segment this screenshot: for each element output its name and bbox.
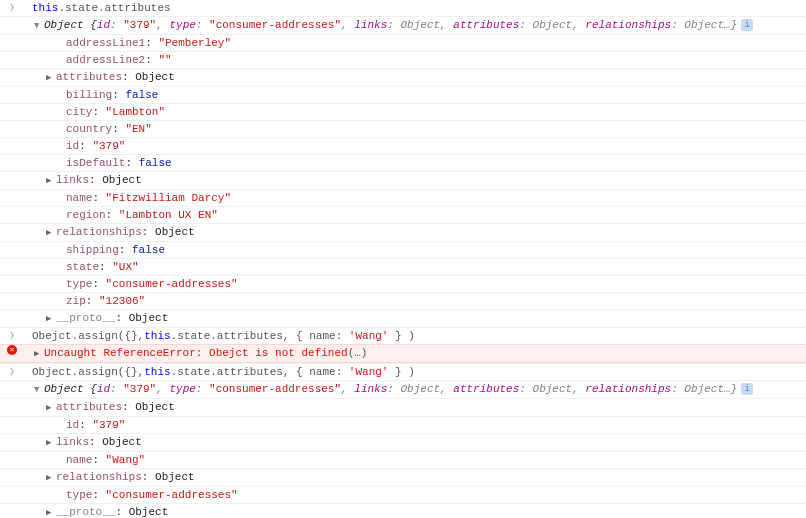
console-line-plain: links: Object <box>0 433 806 451</box>
line-content[interactable]: country: "EN" <box>20 121 802 137</box>
line-content[interactable]: addressLine2: "" <box>20 52 802 68</box>
token: : <box>122 71 135 83</box>
console-line-plain: id: "379" <box>0 416 806 433</box>
token: "consumer-addresses" <box>209 383 341 395</box>
line-content[interactable]: Object {id: "379", type: "consumer-addre… <box>20 381 802 398</box>
token: links <box>56 174 89 186</box>
line-content[interactable]: Object {id: "379", type: "consumer-addre… <box>20 17 802 34</box>
token: "379" <box>92 419 125 431</box>
token: this <box>32 2 58 14</box>
console-line-plain: billing: false <box>0 86 806 103</box>
token: Object <box>102 436 142 448</box>
console-line-result: Object {id: "379", type: "consumer-addre… <box>0 16 806 34</box>
console-line-plain: region: "Lambton UX EN" <box>0 206 806 223</box>
line-content[interactable]: Object.assign({},this.state.attributes, … <box>20 364 802 380</box>
token: , <box>341 19 354 31</box>
token: "12306" <box>99 295 145 307</box>
disclosure-triangle-closed-icon[interactable] <box>46 435 56 451</box>
token: , <box>156 383 169 395</box>
info-badge-icon[interactable]: i <box>741 383 753 395</box>
token: type <box>66 489 92 501</box>
token: id <box>97 19 110 31</box>
line-content[interactable]: attributes: Object <box>20 399 802 416</box>
line-content[interactable]: Uncaught ReferenceError: Obejct is not d… <box>20 345 802 362</box>
token: type <box>169 19 195 31</box>
disclosure-triangle-closed-icon[interactable] <box>46 400 56 416</box>
token: attributes <box>453 19 519 31</box>
line-content[interactable]: isDefault: false <box>20 155 802 171</box>
disclosure-triangle-closed-icon[interactable] <box>46 173 56 189</box>
disclosure-triangle-closed-icon[interactable] <box>46 225 56 241</box>
token: Object <box>135 401 175 413</box>
line-content[interactable]: shipping: false <box>20 242 802 258</box>
token: : <box>196 383 209 395</box>
line-content[interactable]: city: "Lambton" <box>20 104 802 120</box>
line-content[interactable]: name: "Wang" <box>20 452 802 468</box>
disclosure-triangle-closed-icon[interactable] <box>46 70 56 86</box>
token: : <box>112 89 125 101</box>
token: : <box>92 192 105 204</box>
token: "Pemberley" <box>158 37 231 49</box>
token: Object <box>155 471 195 483</box>
disclosure-triangle-closed-icon[interactable] <box>46 505 56 518</box>
token: : Object…} <box>671 19 737 31</box>
token: .state.attributes, { name: <box>171 366 349 378</box>
line-content[interactable]: id: "379" <box>20 417 802 433</box>
token: : <box>92 454 105 466</box>
console-line-error: ✕Uncaught ReferenceError: Obejct is not … <box>0 344 806 363</box>
line-content[interactable]: this.state.attributes <box>20 0 802 16</box>
console-output: ❯this.state.attributesObject {id: "379",… <box>0 0 806 518</box>
line-content[interactable]: type: "consumer-addresses" <box>20 487 802 503</box>
console-line-plain: __proto__: Object <box>0 503 806 518</box>
token: Object <box>129 506 169 518</box>
token: : <box>92 106 105 118</box>
token: : <box>92 278 105 290</box>
console-line-plain: zip: "12306" <box>0 292 806 309</box>
line-content[interactable]: name: "Fitzwilliam Darcy" <box>20 190 802 206</box>
disclosure-triangle-open-icon[interactable] <box>34 382 44 398</box>
line-content[interactable]: billing: false <box>20 87 802 103</box>
disclosure-triangle-closed-icon[interactable] <box>46 470 56 486</box>
token: "EN" <box>125 123 151 135</box>
line-content[interactable]: links: Object <box>20 172 802 189</box>
token: "consumer-addresses" <box>209 19 341 31</box>
disclosure-triangle-open-icon[interactable] <box>34 18 44 34</box>
line-content[interactable]: region: "Lambton UX EN" <box>20 207 802 223</box>
token: } ) <box>388 330 414 342</box>
token: "379" <box>123 383 156 395</box>
line-content[interactable]: addressLine1: "Pemberley" <box>20 35 802 51</box>
line-content[interactable]: type: "consumer-addresses" <box>20 276 802 292</box>
disclosure-triangle-closed-icon[interactable] <box>46 311 56 327</box>
token: __proto__ <box>56 506 115 518</box>
token: id <box>66 140 79 152</box>
info-badge-icon[interactable]: i <box>741 19 753 31</box>
line-content[interactable]: zip: "12306" <box>20 293 802 309</box>
token: links <box>354 383 387 395</box>
console-line-plain: __proto__: Object <box>0 309 806 327</box>
token: id <box>97 383 110 395</box>
token: : <box>145 37 158 49</box>
line-content[interactable]: id: "379" <box>20 138 802 154</box>
line-content[interactable]: __proto__: Object <box>20 310 802 327</box>
token: : Object, <box>519 383 585 395</box>
token: Object { <box>44 383 97 395</box>
token: shipping <box>66 244 119 256</box>
token: , <box>156 19 169 31</box>
line-content[interactable]: __proto__: Object <box>20 504 802 518</box>
line-content[interactable]: Obejct.assign({},this.state.attributes, … <box>20 328 802 344</box>
token: : <box>115 312 128 324</box>
token: false <box>132 244 165 256</box>
line-content[interactable]: links: Object <box>20 434 802 451</box>
line-content[interactable]: attributes: Object <box>20 69 802 86</box>
input-prompt-icon: ❯ <box>4 0 20 16</box>
line-content[interactable]: relationships: Object <box>20 224 802 241</box>
token: : Object, <box>387 19 453 31</box>
token: Object { <box>44 19 97 31</box>
line-content[interactable]: state: "UX" <box>20 259 802 275</box>
token: state <box>66 261 99 273</box>
line-content[interactable]: relationships: Object <box>20 469 802 486</box>
console-line-plain: name: "Fitzwilliam Darcy" <box>0 189 806 206</box>
token: "consumer-addresses" <box>106 489 238 501</box>
disclosure-triangle-closed-icon[interactable] <box>34 346 44 362</box>
console-line-plain: addressLine2: "" <box>0 51 806 68</box>
